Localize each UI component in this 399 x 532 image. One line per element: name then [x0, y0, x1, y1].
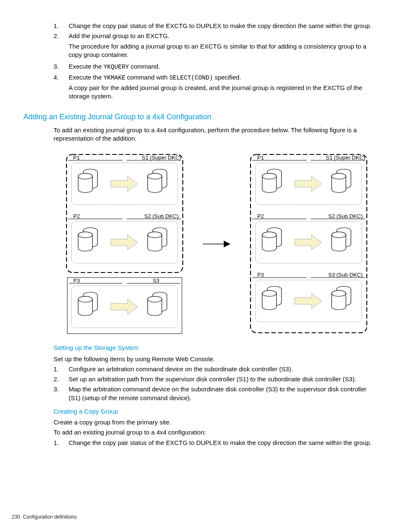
- step-text: Change the copy pair status of the EXCTG…: [69, 439, 380, 447]
- diagram-label: P1: [257, 154, 264, 161]
- copygroup-step-list: 1. Change the copy pair status of the EX…: [54, 439, 380, 447]
- step-detail: A copy pair for the added journal group …: [69, 84, 380, 101]
- diagram-label: P2: [257, 213, 264, 219]
- diagram-label: P1: [73, 154, 80, 161]
- diagram-right: P1 S1 (Super DKC) P2 S2 (Sub DKC) P3 S3 …: [248, 152, 369, 336]
- step-number: 3.: [54, 385, 69, 402]
- diagram-label: S1 (Super DKC): [142, 154, 181, 161]
- step-number: 3.: [54, 62, 69, 72]
- step-text: Configure an arbitration command device …: [69, 365, 380, 373]
- list-item: 3. Map the arbitration command device on…: [54, 385, 380, 402]
- list-item: 2. Set up an arbitration path from the s…: [54, 375, 380, 383]
- step-text: Map the arbitration command device on th…: [69, 385, 380, 402]
- diagram-label: S2 (Sub DKC): [328, 213, 363, 219]
- code-literal: SELECT(COND): [169, 75, 213, 81]
- diagram-figure: P1 S1 (Super DKC) P2 S2 (Sub DKC) P3 S3: [54, 152, 380, 336]
- list-item: 4. Execute the YKMAKE command with SELEC…: [54, 73, 380, 103]
- step-number: 4.: [54, 73, 69, 103]
- diagram-label: P3: [257, 272, 264, 278]
- diagram-label: S3: [153, 278, 159, 284]
- step-detail: The procedure for adding a journal group…: [69, 42, 380, 59]
- paragraph: Set up the following items by using Remo…: [54, 355, 380, 363]
- paragraph: To add an existing journal group to a 4x…: [54, 428, 380, 437]
- code-literal: YKMAKE: [103, 75, 125, 81]
- section-heading: Adding an Existing Journal Group to a 4x…: [23, 112, 387, 122]
- diagram-label: S1 (Super DKC): [326, 154, 365, 161]
- step-text: Set up an arbitration path from the supe…: [69, 375, 380, 383]
- step-text: Add the journal group to an EXCTG.: [69, 32, 169, 39]
- diagram-label: S2 (Sub DKC): [144, 213, 179, 219]
- list-item: 1. Configure an arbitration command devi…: [54, 365, 380, 373]
- step-text-post: specified.: [213, 74, 241, 81]
- step-number: 2.: [54, 32, 69, 61]
- diagram-label: P3: [73, 278, 80, 284]
- list-item: 3. Execute the YKQUERY command.: [54, 62, 380, 72]
- subsection-heading: Creating a Copy Group: [54, 407, 380, 416]
- list-item: 1. Change the copy pair status of the EX…: [54, 22, 380, 30]
- step-text: Change the copy pair status of the EXCTG…: [69, 22, 380, 30]
- step-text-post: command.: [129, 63, 160, 70]
- transition-arrow-icon: [202, 236, 231, 252]
- step-text-mid: command with: [125, 74, 169, 81]
- intro-paragraph: To add an existing journal group to a 4x…: [54, 126, 380, 143]
- diagram-label: P2: [73, 213, 80, 219]
- step-number: 2.: [54, 375, 69, 383]
- step-number: 1.: [54, 439, 69, 447]
- code-literal: YKQUERY: [103, 64, 129, 70]
- step-number: 1.: [54, 22, 69, 30]
- diagram-label: S3 (Sub DKC): [328, 272, 363, 278]
- intro-step-list: 1. Change the copy pair status of the EX…: [54, 22, 380, 103]
- subsection-heading: Setting up the Storage System: [54, 344, 380, 352]
- diagram-left: P1 S1 (Super DKC) P2 S2 (Sub DKC) P3 S3: [64, 152, 185, 336]
- step-text-pre: Execute the: [69, 63, 103, 70]
- list-item: 2. Add the journal group to an EXCTG. Th…: [54, 32, 380, 61]
- list-item: 1. Change the copy pair status of the EX…: [54, 439, 380, 447]
- setup-step-list: 1. Configure an arbitration command devi…: [54, 365, 380, 402]
- step-text-pre: Execute the: [69, 74, 103, 81]
- step-number: 1.: [54, 365, 69, 373]
- paragraph: Create a copy group from the primary sit…: [54, 418, 380, 427]
